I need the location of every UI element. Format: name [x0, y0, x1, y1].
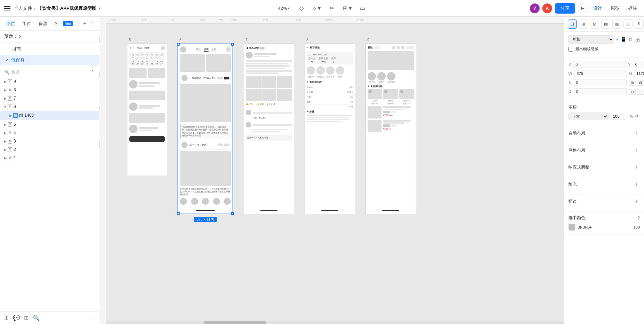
collapse-btn[interactable]: ⌃: [89, 21, 96, 27]
layer-item-8[interactable]: ▶ # 8: [0, 86, 99, 94]
scrollbar-thumb-h[interactable]: [204, 321, 266, 324]
search-bar: 🔍 搜索 ⌃: [0, 67, 99, 77]
w-input[interactable]: [574, 70, 627, 77]
canvas-frame-6: 6: [178, 38, 233, 214]
extra-btn-1[interactable]: ⊡: [629, 89, 636, 95]
circle-icon-btn[interactable]: ○ ▾: [311, 3, 322, 14]
desktop-icon-btn[interactable]: 🖥: [628, 37, 633, 42]
rotation-input[interactable]: [574, 79, 627, 86]
frame-box-8[interactable]: ＜ 推荐做法 10 min · 290 kcal 蛋白质 kg: [305, 44, 355, 214]
page-item-wireframe[interactable]: ✓ 低保真: [0, 55, 99, 65]
menu-icon[interactable]: [4, 5, 11, 12]
align-icon-1[interactable]: ⊞: [579, 20, 588, 29]
tab-design[interactable]: 设计: [590, 4, 605, 13]
page-item-cover[interactable]: 封面: [0, 44, 99, 55]
layer-item-7[interactable]: ▶ # 7: [0, 94, 99, 102]
zoom-control[interactable]: 42% ▾: [276, 5, 291, 11]
layer-item-3[interactable]: ▶ # 3: [0, 137, 99, 145]
stroke-title: 描边 +: [568, 198, 640, 205]
frame-box-6[interactable]: 关注 发现 活动: [178, 44, 233, 214]
align-icon-3[interactable]: ▤: [601, 20, 610, 29]
extra-btn-2[interactable]: ⋯: [637, 89, 644, 95]
align-icon-6[interactable]: ⠿: [635, 20, 644, 29]
grid-layout-add-btn[interactable]: +: [633, 147, 640, 154]
percent-label: %: [629, 114, 633, 118]
diamond-icon-btn[interactable]: ◇: [296, 3, 307, 14]
tab-annotation[interactable]: 标注: [625, 4, 640, 13]
auto-layout-add-btn[interactable]: +: [633, 130, 640, 137]
fill-add-btn[interactable]: +: [633, 181, 640, 188]
help-icon-btn[interactable]: ?: [637, 216, 640, 221]
tab-prototype[interactable]: 原型: [608, 4, 622, 13]
layer-item-5[interactable]: ▶ # 5: [0, 120, 99, 129]
frame-type-select[interactable]: 画板: [568, 35, 614, 44]
handle-bl[interactable]: [177, 212, 180, 215]
left-plugin-icon[interactable]: ⊞: [24, 315, 29, 321]
breadcrumb-project[interactable]: 【饮食类】APP低保真原型图: [38, 5, 97, 11]
overflow-checkbox[interactable]: [568, 47, 573, 52]
layer-item-1[interactable]: ▶ # 1: [0, 154, 99, 162]
left-move-icon[interactable]: ⊕: [4, 315, 9, 321]
expand-all-btn[interactable]: ⊞: [635, 36, 640, 43]
rotation-icon: ↻: [568, 80, 572, 85]
canvas-scrollbar-h[interactable]: [106, 321, 564, 324]
handle-tl[interactable]: [177, 43, 180, 46]
layer-item-2[interactable]: ▶ # 2: [0, 145, 99, 154]
left-more-icon[interactable]: ⋯: [89, 315, 95, 321]
left-search-icon[interactable]: 🔍: [33, 315, 40, 321]
x-input[interactable]: [573, 61, 626, 68]
panel-tab-layers[interactable]: 图层: [3, 19, 19, 28]
align-icon-5[interactable]: ⊟: [623, 20, 633, 29]
panel-tab-resources[interactable]: 资源: [35, 19, 51, 28]
frame-box-5[interactable]: 关注 发现 活动 周一 周二: [127, 44, 167, 176]
panel-tabs-row: 图层 组件 资源 AI New + ⌃: [0, 17, 99, 31]
screen-icon-btn[interactable]: ▭: [357, 3, 368, 14]
handle-br[interactable]: [231, 212, 234, 215]
layer-opacity-section: 图层 正常 % 👁: [564, 101, 644, 126]
frame-box-9[interactable]: 易城: [366, 44, 416, 214]
color-swatch[interactable]: [568, 224, 575, 231]
panel-tab-ai[interactable]: AI: [51, 20, 62, 28]
grid-layout-section: 网格布局 +: [564, 143, 644, 160]
radius-input[interactable]: [574, 88, 627, 95]
x-label: X: [568, 62, 571, 67]
breadcrumb-personal[interactable]: 个人文件: [14, 5, 32, 11]
layers-expand-btn[interactable]: ⌃: [91, 69, 95, 75]
align-icon-4[interactable]: ▥: [612, 20, 621, 29]
visibility-icon[interactable]: 👁: [635, 114, 640, 119]
frame-icon-btn[interactable]: ⊞ ▾: [342, 3, 353, 14]
layer-item-6[interactable]: ▼ # 6: [0, 102, 99, 111]
breadcrumb-arrow[interactable]: ▾: [99, 6, 101, 11]
y-input[interactable]: [633, 61, 644, 68]
canvas-area[interactable]: -500 -250 0 250 375 500 750 1000 1250 15…: [99, 17, 564, 324]
layer-item-4[interactable]: ▶ # 4: [0, 129, 99, 137]
handle-tr[interactable]: [231, 43, 234, 46]
layer-item-group1463[interactable]: ▶ # 组 1463: [0, 111, 99, 120]
h-input[interactable]: [634, 70, 644, 77]
frame-section: 画板 ▾ 📱 🖥 ⊞ 超出画板隐藏: [564, 32, 644, 57]
frame-box-7[interactable]: ◀ 动态详情 ⋯: [244, 44, 294, 214]
panel-tab-components[interactable]: 组件: [19, 19, 35, 28]
layer-item-9[interactable]: ▶ # 9: [0, 77, 99, 86]
stroke-add-btn[interactable]: +: [633, 198, 640, 205]
auto-layout-title: 自动布局 +: [568, 130, 640, 137]
corner-btn-1[interactable]: ⊞: [629, 80, 636, 86]
zoom-value: 42%: [278, 6, 287, 11]
share-button[interactable]: 分享: [555, 3, 575, 14]
selected-color-title: 选中颜色 ?: [568, 215, 640, 221]
canvas-content[interactable]: 5 关注 发现 活动: [106, 24, 564, 324]
frame-row: 5 关注 发现 活动: [127, 38, 416, 214]
canvas-frame-5: 5 关注 发现 活动: [127, 38, 167, 176]
align-icon-2[interactable]: ⊠: [590, 20, 599, 29]
left-comment-icon[interactable]: 💬: [13, 315, 20, 321]
opacity-input[interactable]: [611, 113, 627, 120]
play-button[interactable]: ▶: [578, 3, 588, 13]
responsive-add-btn[interactable]: +: [633, 164, 640, 171]
corner-btn-2[interactable]: ⊠: [637, 80, 644, 86]
mobile-icon-btn[interactable]: 📱: [620, 37, 626, 42]
edit-icon-btn[interactable]: ✏: [327, 3, 338, 14]
right-panel: ⊟ ⊞ ⊠ ▤ ▥ ⊟ ⠿ ⊠ 画板 ▾ 📱 🖥 ⊞: [564, 17, 644, 324]
layer-mode-select[interactable]: 正常: [568, 113, 608, 120]
add-page-btn[interactable]: +: [82, 21, 88, 27]
align-icon-0[interactable]: ⊟: [568, 20, 577, 29]
